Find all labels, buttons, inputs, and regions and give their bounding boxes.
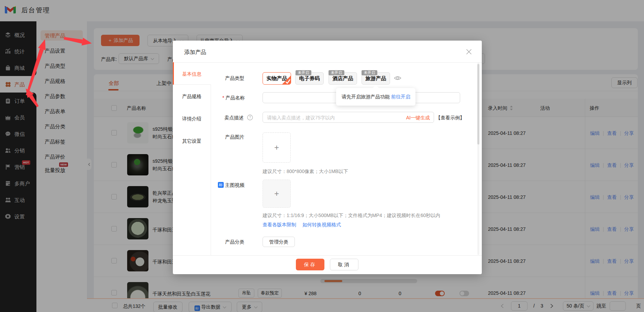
svg-text:?: ? [249,116,251,119]
